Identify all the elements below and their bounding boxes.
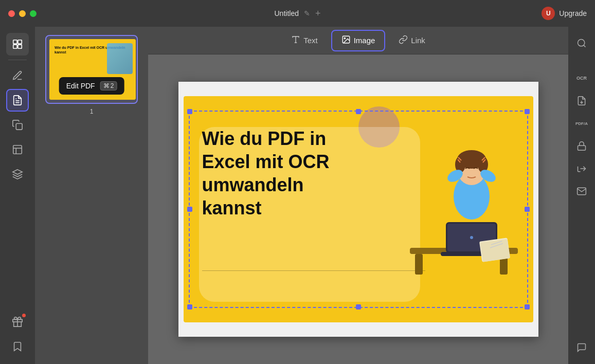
sidebar-item-pen[interactable] [6, 64, 29, 87]
svg-rect-7 [13, 145, 22, 154]
pdf-image-content: Wie du PDF in Excel mit OCR umwandeln ka… [184, 96, 533, 322]
window-controls [8, 10, 37, 17]
edit-title-icon[interactable]: ✎ [304, 9, 310, 17]
thumbnail-image: Wie du PDF in Excel mit OCR umwandeln ka… [49, 39, 136, 100]
right-icon-chat[interactable] [571, 337, 592, 358]
titlebar-right: U Upgrade [542, 7, 587, 20]
svg-rect-2 [13, 45, 17, 48]
right-icon-extract[interactable] [571, 90, 592, 111]
link-tool-label: Link [411, 36, 425, 45]
link-tool-button[interactable]: Link [389, 31, 435, 50]
titlebar-center: Untitled ✎ + [275, 8, 321, 19]
handle-middle-right[interactable] [525, 207, 530, 212]
handle-middle-left[interactable] [187, 207, 192, 212]
document-title: Untitled [275, 9, 299, 17]
sidebar-item-pages[interactable] [6, 138, 29, 161]
svg-rect-1 [18, 40, 22, 44]
image-tool-label: Image [354, 36, 375, 45]
close-button[interactable] [8, 10, 15, 17]
svg-rect-18 [415, 254, 423, 275]
text-tool-icon [291, 35, 300, 46]
notification-dot [22, 314, 26, 317]
handle-top-right[interactable] [525, 109, 530, 114]
toolbar: Text Image [148, 27, 568, 54]
sidebar-item-copy[interactable] [6, 114, 29, 136]
svg-point-16 [344, 38, 345, 39]
link-tool-icon [399, 35, 408, 46]
svg-rect-25 [480, 239, 510, 262]
content-area: Text Image [148, 27, 568, 364]
handle-top-middle[interactable] [356, 109, 361, 114]
right-icon-email[interactable] [571, 181, 592, 202]
thumbnail-panel: Wie du PDF in Excel mit OCR umwandeln ka… [35, 27, 148, 364]
handle-bottom-left[interactable] [187, 304, 192, 310]
svg-point-22 [470, 236, 473, 239]
right-icon-pdfa[interactable]: PDF/A [571, 113, 592, 134]
divider-line [202, 270, 425, 271]
canvas-area[interactable]: Wie du PDF in Excel mit OCR umwandeln ka… [148, 54, 568, 364]
sidebar-item-layers[interactable] [6, 163, 29, 186]
svg-rect-42 [578, 145, 586, 150]
handle-bottom-right[interactable] [525, 304, 530, 310]
right-icon-share[interactable] [571, 158, 592, 179]
pdf-main-text: Wie du PDF in Excel mit OCR umwandeln ka… [202, 127, 330, 220]
add-document-icon[interactable]: + [315, 8, 321, 19]
svg-line-40 [584, 45, 586, 47]
sidebar-item-bookmark[interactable] [6, 335, 29, 358]
image-tool-icon [341, 35, 351, 46]
left-sidebar [0, 27, 35, 364]
thumb-person-illustration [107, 43, 133, 74]
page-number: 1 [45, 108, 138, 115]
sidebar-divider-1 [8, 60, 27, 60]
handle-bottom-middle[interactable] [356, 304, 361, 310]
right-icon-ocr[interactable]: OCR [571, 68, 592, 88]
right-icon-protect[interactable] [571, 136, 592, 156]
thumbnail-outer[interactable]: Wie du PDF in Excel mit OCR umwandeln ka… [45, 35, 138, 104]
right-icon-search[interactable] [571, 33, 592, 53]
user-avatar: U [542, 7, 555, 20]
text-tool-label: Text [303, 36, 318, 45]
upgrade-button[interactable]: Upgrade [559, 9, 587, 17]
svg-rect-0 [13, 40, 17, 44]
svg-rect-3 [18, 45, 22, 48]
right-sidebar: OCR PDF/A [568, 27, 595, 364]
handle-top-left[interactable] [187, 109, 192, 114]
image-tool-button[interactable]: Image [331, 30, 386, 51]
main-layout: Wie du PDF in Excel mit OCR umwandeln ka… [0, 27, 595, 364]
svg-marker-10 [13, 170, 22, 174]
sidebar-item-gift[interactable] [6, 311, 29, 333]
maximize-button[interactable] [30, 10, 37, 17]
sidebar-item-edit-pdf[interactable] [6, 89, 29, 112]
svg-point-39 [578, 40, 585, 46]
pdf-page: Wie du PDF in Excel mit OCR umwandeln ka… [178, 82, 538, 337]
minimize-button[interactable] [19, 10, 26, 17]
sidebar-item-view[interactable] [6, 33, 29, 56]
thumbnail-wrapper: Wie du PDF in Excel mit OCR umwandeln ka… [45, 35, 138, 115]
titlebar: Untitled ✎ + U Upgrade [0, 0, 595, 27]
person-illustration [400, 106, 523, 312]
svg-rect-6 [16, 123, 22, 130]
text-tool-button[interactable]: Text [282, 31, 327, 50]
